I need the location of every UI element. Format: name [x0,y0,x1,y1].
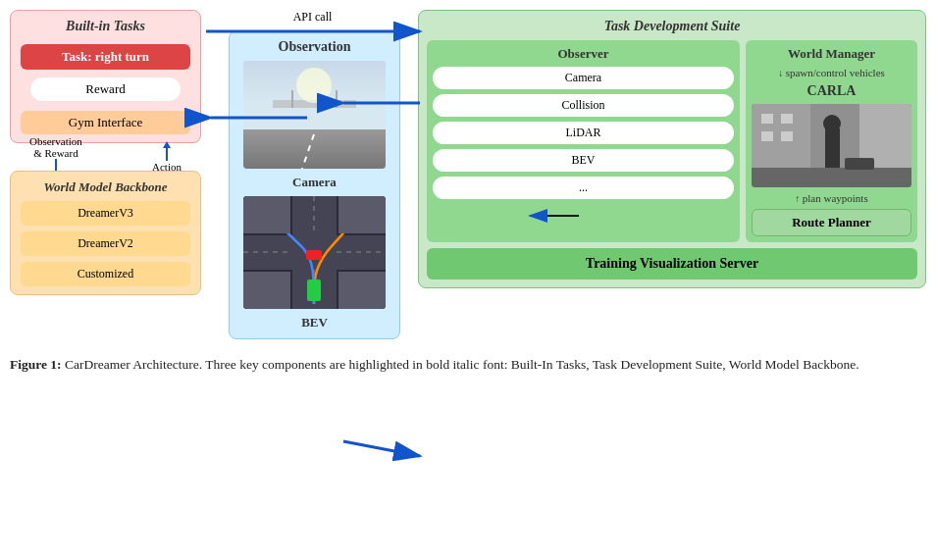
caption-text: CarDreamer Architecture. Three key compo… [62,357,859,372]
bev-observer: BEV [433,149,734,172]
svg-rect-23 [338,272,386,309]
carla-scene-svg [752,104,911,187]
customized-item: Customized [21,262,190,286]
vert-arrows: Observation& Reward Action [10,143,201,171]
caption: Figure 1: CarDreamer Architecture. Three… [10,355,926,375]
svg-rect-28 [752,168,911,187]
bev-scene-svg [243,196,386,309]
more-observer: ... [433,177,734,199]
carla-title: CARLA [752,83,911,99]
spawn-label: ↓ spawn/control vehicles [752,67,911,78]
task-dev-title: Task Development Suite [427,19,917,34]
up-arrow-icon [158,141,176,161]
road-scene-svg [243,61,386,169]
svg-marker-3 [163,141,171,148]
observer-title: Observer [433,46,734,62]
svg-rect-34 [781,131,793,141]
carla-image [752,104,911,187]
observer-column: Observer Camera Collision LiDAR BEV ... [427,40,740,242]
svg-rect-33 [761,131,773,141]
training-viz-server: Training Visualization Server [427,248,917,280]
action-label: Action [152,141,182,173]
lidar-observer: LiDAR [433,122,734,144]
world-model-panel: World Model Backbone DreamerV3 DreamerV2… [10,171,201,295]
dreamerv3-item: DreamerV3 [21,201,190,226]
dreamerv2-item: DreamerV2 [21,231,190,256]
svg-rect-32 [781,114,793,124]
bev-label: BEV [301,315,328,331]
bev-image [243,196,386,309]
api-call-label: API call [293,10,333,25]
api-call-row: API call [221,10,408,25]
svg-rect-35 [845,158,874,170]
diagram-container: Built-in Tasks Task: right turn Reward G… [10,10,926,375]
svg-line-41 [343,441,420,456]
left-panel: Built-in Tasks Task: right turn Reward G… [10,10,201,295]
svg-rect-22 [243,272,290,309]
svg-rect-31 [761,114,773,124]
task-dev-suite: Task Development Suite Observer Camera C… [418,10,926,288]
svg-rect-26 [825,128,840,168]
main-wrapper: Built-in Tasks Task: right turn Reward G… [10,10,926,339]
task-right-turn: Task: right turn [21,44,190,70]
main-diagram: Built-in Tasks Task: right turn Reward G… [10,10,926,339]
road-image [243,61,386,169]
caption-figure: Figure 1: [10,357,62,372]
camera-label: Camera [292,175,337,190]
svg-rect-19 [306,250,322,260]
world-manager-title: World Manager [752,46,911,62]
svg-rect-18 [307,280,321,301]
middle-section: API call Observation [221,10,408,339]
route-planner-box: Route Planner [752,209,911,236]
camera-observer: Camera [433,67,734,89]
reward-box: Reward [30,77,181,101]
svg-rect-20 [243,196,290,233]
task-dev-inner: Observer Camera Collision LiDAR BEV ... … [427,40,917,242]
plan-waypoints-label: ↑ plan waypoints [752,192,911,204]
observation-label: Observation [279,39,351,55]
observation-panel: Observation [229,30,400,339]
api-arrow-spacer [201,10,221,22]
world-manager-column: World Manager ↓ spawn/control vehicles C… [746,40,917,242]
svg-point-10 [296,68,332,103]
gym-interface: Gym Interface [21,111,190,134]
builtin-tasks-panel: Built-in Tasks Task: right turn Reward G… [10,10,201,143]
builtin-tasks-title: Built-in Tasks [21,19,190,34]
svg-point-27 [823,115,841,132]
collision-observer: Collision [433,94,734,117]
world-model-title: World Model Backbone [21,179,190,195]
svg-rect-21 [338,196,386,233]
